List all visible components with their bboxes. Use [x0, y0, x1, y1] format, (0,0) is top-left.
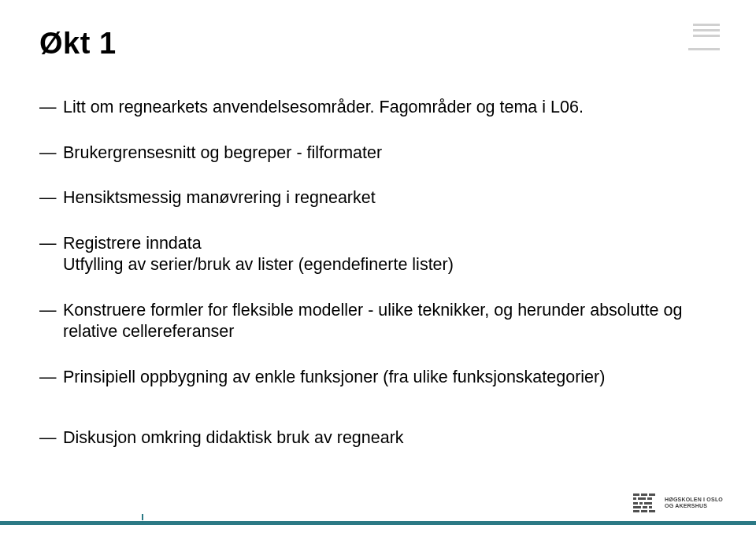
logo-mark-icon: [633, 493, 660, 512]
institution-logo: HØGSKOLEN I OSLO OG AKERSHUS: [633, 493, 723, 512]
logo-text: HØGSKOLEN I OSLO OG AKERSHUS: [665, 497, 723, 508]
bullet-subtext: Utfylling av serier/bruk av lister (egen…: [63, 254, 717, 276]
bullet-text: Konstruere formler for fleksible modelle…: [63, 301, 682, 342]
list-item: Litt om regnearkets anvendelsesområder. …: [39, 97, 717, 119]
bullet-text: Prinsipiell oppbygning av enkle funksjon…: [63, 368, 605, 386]
list-item: Registrere inndata Utfylling av serier/b…: [39, 233, 717, 276]
list-item: Brukergrensesnitt og begreper - filforma…: [39, 142, 717, 164]
logo-line1: HØGSKOLEN I OSLO: [665, 497, 723, 503]
slide-title: Økt 1: [39, 27, 717, 61]
slide: Økt 1 Litt om regnearkets anvendelsesomr…: [0, 0, 756, 536]
accent-tick: [142, 514, 143, 520]
bullet-text: Brukergrensesnitt og begreper - filforma…: [63, 143, 382, 162]
bullet-text: Registrere inndata: [63, 234, 202, 253]
bullet-list: Litt om regnearkets anvendelsesområder. …: [39, 97, 717, 449]
list-item: Diskusjon omkring didaktisk bruk av regn…: [39, 427, 717, 449]
bullet-text: Litt om regnearkets anvendelsesområder. …: [63, 98, 584, 116]
bullet-text: Diskusjon omkring didaktisk bruk av regn…: [63, 428, 404, 447]
accent-line: [0, 521, 756, 525]
decoration-top-right: [688, 24, 720, 50]
list-item: Prinsipiell oppbygning av enkle funksjon…: [39, 367, 717, 389]
list-item: Konstruere formler for fleksible modelle…: [39, 300, 717, 343]
bullet-text: Hensiktsmessig manøvrering i regnearket: [63, 188, 376, 207]
logo-line2: OG AKERSHUS: [665, 503, 723, 509]
list-item: Hensiktsmessig manøvrering i regnearket: [39, 187, 717, 209]
